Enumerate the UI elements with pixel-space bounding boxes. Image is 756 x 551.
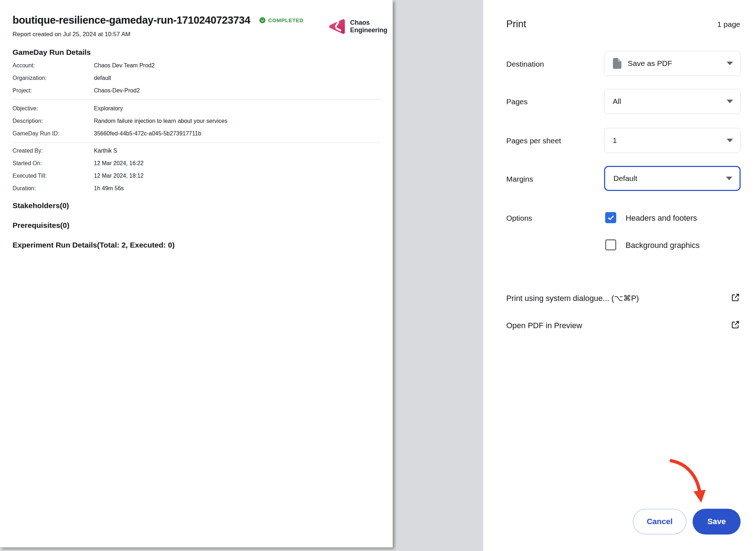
print-dialog-title: Print	[506, 19, 526, 30]
detail-row-started-on: Started On: 12 Mar 2024, 16:22	[13, 160, 144, 167]
headers-footers-label: Headers and footers	[626, 214, 697, 223]
status-label: COMPLETED	[268, 17, 303, 23]
detail-value: 1h 49m 56s	[94, 185, 124, 192]
detail-row-executed-till: Executed Till: 12 Mar 2024, 18:12	[13, 173, 144, 179]
chevron-down-icon	[726, 177, 732, 180]
detail-row-created-by: Created By: Karthik S	[13, 148, 117, 154]
background-graphics-label: Background graphics	[626, 241, 700, 250]
detail-value: default	[94, 75, 111, 81]
detail-value: Chaos-Dev-Prod2	[94, 87, 140, 94]
detail-label: Project:	[13, 87, 94, 94]
margins-label: Margins	[506, 175, 533, 183]
cancel-button[interactable]: Cancel	[633, 509, 686, 535]
pages-per-sheet-label: Pages per sheet	[506, 136, 561, 145]
detail-label: Started On:	[13, 160, 94, 167]
detail-value: Karthik S	[94, 148, 117, 154]
open-pdf-preview-label: Open PDF in Preview	[506, 321, 582, 330]
chevron-down-icon	[727, 100, 733, 103]
save-button[interactable]: Save	[693, 509, 741, 535]
pages-value: All	[613, 97, 621, 106]
red-curved-arrow	[665, 454, 712, 508]
margins-value: Default	[613, 174, 637, 183]
detail-value: 12 Mar 2024, 16:22	[94, 160, 144, 167]
detail-value: Exploratory	[94, 105, 123, 112]
report-title: boutique-resilience-gameday-run-17102407…	[13, 14, 250, 26]
chevron-down-icon	[727, 62, 733, 65]
print-system-dialog-label: Print using system dialogue... (⌥⌘P)	[506, 294, 639, 303]
detail-row-duration: Duration: 1h 49m 56s	[13, 185, 124, 192]
detail-row-project: Project: Chaos-Dev-Prod2	[13, 87, 140, 94]
print-system-dialog-row[interactable]: Print using system dialogue... (⌥⌘P)	[506, 292, 740, 307]
logo-line2: Engineering	[350, 27, 387, 34]
options-label: Options	[506, 214, 532, 222]
detail-value: Random failure injection to learn about …	[94, 118, 228, 124]
detail-value: Chaos Dev Team Prod2	[94, 62, 155, 69]
detail-label: Account:	[13, 62, 94, 69]
report-created-line: Report created on Jul 25, 2024 at 10:57 …	[13, 31, 130, 38]
logo-text: Chaos Engineering	[350, 19, 387, 34]
destination-value: Save as PDF	[628, 59, 672, 68]
status-badge: COMPLETED	[259, 17, 303, 23]
detail-label: GameDay Run ID:	[13, 130, 94, 137]
chaos-engineering-logo: Chaos Engineering	[328, 18, 387, 35]
section-experiment-run-details: Experiment Run Details(Total: 2, Execute…	[13, 241, 174, 249]
detail-label: Description:	[13, 118, 94, 124]
detail-row-account: Account: Chaos Dev Team Prod2	[13, 62, 155, 69]
section-stakeholders: Stakeholders(0)	[13, 201, 69, 210]
report-page-preview: boutique-resilience-gameday-run-17102407…	[0, 0, 393, 547]
check-circle-icon	[259, 17, 265, 23]
pages-select[interactable]: All	[604, 89, 741, 114]
chevron-down-icon	[727, 139, 733, 142]
divider	[13, 143, 380, 143]
print-preview-area: boutique-resilience-gameday-run-17102407…	[0, 0, 483, 551]
report-header: boutique-resilience-gameday-run-17102407…	[13, 14, 303, 26]
detail-row-objective: Objective: Exploratory	[13, 105, 123, 112]
checkmark-icon	[607, 214, 615, 222]
pages-label: Pages	[506, 97, 528, 106]
logo-line1: Chaos	[350, 19, 387, 27]
detail-label: Created By:	[13, 148, 94, 154]
print-dialog-panel: Print 1 page Destination Save as PDF Pag…	[483, 0, 756, 551]
detail-label: Duration:	[13, 185, 94, 192]
pages-per-sheet-value: 1	[613, 136, 617, 145]
detail-row-gameday-run-id: GameDay Run ID: 35660fed-44b5-472c-a045-…	[13, 130, 201, 137]
pages-per-sheet-select[interactable]: 1	[604, 128, 741, 153]
open-pdf-preview-row[interactable]: Open PDF in Preview	[506, 320, 740, 334]
open-external-icon	[730, 320, 740, 330]
detail-label: Executed Till:	[13, 173, 94, 179]
detail-value: 35660fed-44b5-472c-a045-5b273917711b	[94, 130, 201, 137]
detail-label: Objective:	[13, 105, 94, 112]
open-external-icon	[730, 292, 740, 302]
detail-label: Organization:	[13, 75, 94, 81]
section-prerequisites: Prerequisites(0)	[13, 221, 70, 230]
chaos-engineering-logo-icon	[328, 18, 346, 35]
page-count: 1 page	[717, 20, 740, 29]
destination-select[interactable]: Save as PDF	[604, 51, 741, 76]
detail-row-description: Description: Random failure injection to…	[13, 118, 228, 124]
headers-footers-checkbox[interactable]	[605, 212, 616, 223]
detail-row-organization: Organization: default	[13, 75, 111, 81]
background-graphics-checkbox[interactable]	[605, 239, 616, 250]
margins-select[interactable]: Default	[604, 166, 741, 191]
pdf-file-icon	[613, 58, 622, 69]
divider	[13, 99, 380, 100]
destination-label: Destination	[506, 60, 544, 68]
detail-value: 12 Mar 2024, 18:12	[94, 173, 144, 179]
section-gameday-run-details: GameDay Run Details	[13, 48, 91, 57]
